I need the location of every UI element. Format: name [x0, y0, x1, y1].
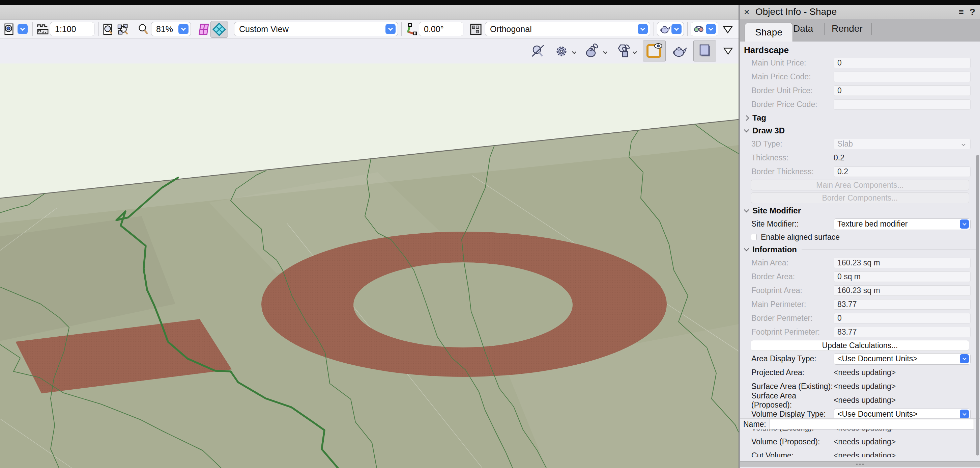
section-rule	[806, 211, 977, 211]
projection-combo[interactable]: Orthogonal	[485, 22, 650, 36]
viewport-tool-dropdown[interactable]	[18, 24, 28, 34]
surface-area-proposed-row: Surface Area (Proposed): <needs updating…	[740, 393, 980, 407]
footprint-area-field[interactable]: 160.23 sq m	[834, 285, 970, 296]
palette-title: Object Info - Shape	[756, 6, 837, 17]
fit-to-objects-icon[interactable]	[117, 23, 129, 36]
section-draw3d[interactable]: Draw 3D	[740, 124, 980, 137]
projected-area-value: <needs updating>	[834, 368, 896, 377]
view-mode-bar	[0, 39, 740, 64]
field-label: Border Thickness:	[751, 167, 834, 176]
main-area-field[interactable]: 160.23 sq m	[834, 258, 970, 268]
page-boundary-icon	[697, 43, 713, 59]
palette-body: Hardscape Main Unit Price: 0 Main Price …	[740, 42, 980, 457]
viewbar-flyout-icon[interactable]	[723, 47, 733, 55]
main-unit-price-field[interactable]: 0	[834, 58, 970, 68]
document-settings-gear-icon[interactable]	[554, 43, 569, 59]
fit-to-page-icon[interactable]	[102, 23, 115, 36]
chevron-down-icon	[961, 142, 965, 146]
section-tag[interactable]: Tag	[740, 112, 980, 124]
section-rule	[789, 131, 977, 131]
projection-dropdown[interactable]	[638, 24, 648, 34]
tab-data[interactable]: Data	[793, 19, 813, 38]
palette-resize-handle[interactable]	[740, 461, 980, 466]
border-components-button[interactable]: Border Components...	[751, 192, 969, 203]
stereo-view-dropdown[interactable]	[706, 24, 716, 34]
toolbar-flyout-icon[interactable]	[722, 25, 733, 34]
layer-scale-icon[interactable]	[37, 23, 49, 36]
stereo-view-combo[interactable]	[690, 22, 718, 36]
saved-view-dropdown[interactable]	[385, 24, 396, 34]
border-unit-price-field[interactable]: 0	[834, 85, 970, 96]
palette-header[interactable]: × Object Info - Shape ≡ ?	[740, 5, 980, 19]
footprint-perimeter-field[interactable]: 83.77	[834, 327, 970, 337]
unified-view-button[interactable]	[210, 21, 228, 38]
field-label: Main Unit Price:	[751, 58, 834, 67]
area-display-type-dropdown[interactable]: <Use Document Units>	[834, 353, 970, 365]
enable-aligned-surface-checkbox[interactable]	[751, 234, 757, 240]
tab-render[interactable]: Render	[832, 19, 863, 38]
section-site-modifier[interactable]: Site Modifier	[740, 204, 980, 217]
render-mode-combo[interactable]	[657, 22, 684, 36]
name-input[interactable]	[770, 419, 974, 430]
update-calculations-button[interactable]: Update Calculations...	[751, 340, 969, 351]
working-plane-icon[interactable]	[405, 23, 417, 36]
chevron-right-icon	[744, 115, 749, 121]
thickness-value: 0.2	[834, 153, 845, 163]
drawing-canvas[interactable]	[0, 64, 738, 468]
anaglyph-glasses-icon	[693, 23, 705, 35]
tab-shape[interactable]: Shape	[745, 22, 793, 42]
field-label: Site Modifier::	[751, 219, 834, 228]
field-label: Area Display Type:	[751, 354, 834, 363]
plane-rotation-input[interactable]: 0.00°	[419, 22, 463, 36]
footprint-perimeter-row: Footprint Perimeter: 83.77	[740, 325, 980, 339]
projection-icon[interactable]	[469, 23, 482, 36]
palette-menu-icon[interactable]: ≡	[959, 7, 964, 17]
main-price-code-row: Main Price Code:	[740, 70, 980, 84]
zoom-line-thickness-icon[interactable]	[530, 43, 546, 59]
3d-type-dropdown[interactable]: Slab	[834, 139, 970, 149]
close-icon[interactable]: ×	[744, 7, 749, 18]
drawing-area[interactable]	[0, 64, 738, 468]
border-price-code-field[interactable]	[834, 99, 970, 110]
border-thickness-field[interactable]: 0.2	[834, 166, 970, 177]
section-information[interactable]: Information	[740, 243, 980, 256]
cut-volume-row: Cut Volume: <needs updating>	[740, 449, 980, 457]
crop-visible-button[interactable]	[643, 40, 666, 61]
site-modifier-row: Site Modifier:: Texture bed modifier	[740, 217, 980, 231]
layer-scale-value: 1:100	[55, 24, 76, 34]
surface-area-existing-value: <needs updating>	[834, 382, 896, 391]
field-label: 3D Type:	[751, 139, 834, 149]
main-perimeter-field[interactable]: 83.77	[834, 299, 970, 310]
3d-type-row: 3D Type: Slab	[740, 137, 980, 151]
layers-mode-icon[interactable]	[197, 23, 210, 36]
zoom-icon[interactable]	[137, 23, 150, 36]
toolbar-separator	[99, 22, 99, 36]
zoom-level-combo[interactable]: 81%	[151, 22, 191, 36]
saved-view-combo[interactable]: Custom View	[234, 22, 398, 36]
viewport-tool-icon[interactable]	[3, 23, 16, 36]
zoom-level-dropdown[interactable]	[178, 24, 189, 34]
palette-scrollbar-thumb[interactable]	[976, 155, 979, 455]
render-bar-teapot-icon[interactable]	[672, 43, 687, 59]
border-perimeter-field[interactable]: 0	[834, 313, 970, 323]
class-options-icon[interactable]	[615, 43, 631, 59]
render-mode-dropdown[interactable]	[671, 24, 681, 34]
field-label: Border Area:	[751, 272, 834, 281]
chevron-down-icon	[744, 127, 749, 133]
main-price-code-field[interactable]	[834, 72, 970, 82]
chevron-down-icon	[744, 207, 749, 212]
border-area-field[interactable]: 0 sq m	[834, 272, 970, 282]
class-options-chevron[interactable]	[633, 50, 637, 54]
page-boundary-button[interactable]	[694, 40, 716, 61]
unified-view-icon	[212, 22, 226, 37]
field-label: Thickness:	[751, 153, 834, 163]
section-rule	[802, 249, 977, 250]
site-modifier-dropdown[interactable]: Texture bed modifier	[834, 219, 970, 230]
cut-volume-value: <needs updating>	[834, 451, 896, 457]
gear-flyout-chevron[interactable]	[572, 50, 576, 54]
layer-scale-input[interactable]: 1:100	[50, 22, 94, 36]
render-options-icon[interactable]	[584, 43, 600, 59]
render-options-chevron[interactable]	[603, 50, 607, 54]
main-area-components-button[interactable]: Main Area Components...	[751, 180, 969, 190]
help-icon[interactable]: ?	[970, 7, 975, 18]
